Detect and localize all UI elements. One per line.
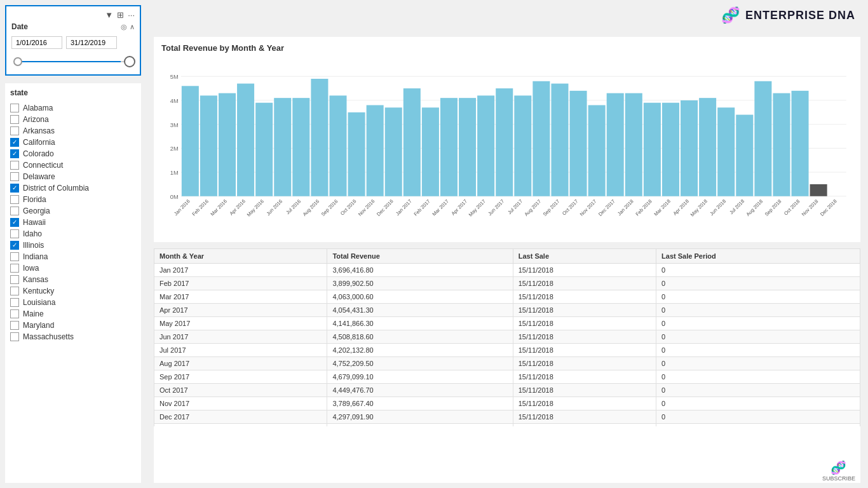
filter-icon[interactable]: ▼: [105, 10, 113, 20]
state-item[interactable]: Maine: [10, 308, 136, 320]
state-item[interactable]: Colorado: [10, 148, 136, 159]
state-item[interactable]: District of Columbia: [10, 182, 136, 194]
expand-icon[interactable]: ⊞: [117, 10, 124, 20]
bar-8[interactable]: [329, 95, 346, 196]
state-item[interactable]: Connecticut: [10, 159, 136, 171]
table-wrapper[interactable]: Month & Year Total Revenue Last Sale Las…: [154, 248, 860, 426]
state-item[interactable]: Florida: [10, 194, 136, 205]
bar-29[interactable]: [717, 107, 735, 196]
state-checkbox[interactable]: [10, 229, 19, 238]
state-checkbox[interactable]: [10, 126, 19, 135]
bar-34[interactable]: [810, 184, 827, 196]
state-item[interactable]: Iowa: [10, 262, 136, 274]
state-label: Kentucky: [23, 287, 54, 295]
cell-lastSale: 15/11/2018: [513, 397, 656, 410]
state-checkbox[interactable]: [10, 241, 19, 250]
state-checkbox[interactable]: [10, 218, 19, 227]
bar-20[interactable]: [551, 84, 568, 196]
cell-lastSale: 15/11/2018: [513, 410, 656, 424]
bar-32[interactable]: [773, 93, 790, 196]
bar-7[interactable]: [311, 79, 328, 196]
state-item[interactable]: Maryland: [10, 320, 136, 331]
svg-text:May 2016: May 2016: [246, 198, 265, 217]
bar-13[interactable]: [422, 107, 439, 196]
bar-4[interactable]: [255, 103, 273, 196]
bar-6[interactable]: [292, 98, 309, 196]
bar-1[interactable]: [200, 95, 217, 196]
state-checkbox[interactable]: [10, 275, 19, 284]
svg-text:Apr 2017: Apr 2017: [451, 198, 468, 217]
slider-thumb-left[interactable]: [13, 57, 22, 66]
state-checkbox[interactable]: [10, 138, 19, 147]
bar-9[interactable]: [348, 112, 365, 196]
clear-icon[interactable]: ◎: [121, 23, 127, 31]
start-date-input[interactable]: [11, 36, 62, 49]
bar-16[interactable]: [477, 95, 494, 196]
cell-revenue: 4,054,431.30: [327, 304, 513, 317]
bar-21[interactable]: [570, 91, 587, 196]
bar-19[interactable]: [532, 81, 550, 196]
bar-31[interactable]: [754, 81, 771, 196]
bar-24[interactable]: [625, 93, 642, 196]
bar-33[interactable]: [792, 91, 809, 196]
bar-27[interactable]: [681, 100, 698, 196]
bar-3[interactable]: [237, 84, 254, 196]
bar-11[interactable]: [385, 107, 402, 196]
state-checkbox[interactable]: [10, 172, 19, 181]
state-checkbox[interactable]: [10, 287, 19, 295]
state-checkbox[interactable]: [10, 104, 19, 112]
bar-18[interactable]: [514, 95, 531, 196]
state-checkbox[interactable]: [10, 207, 19, 215]
state-checkbox[interactable]: [10, 309, 19, 318]
state-item[interactable]: Indiana: [10, 251, 136, 262]
state-checkbox[interactable]: [10, 252, 19, 261]
end-date-input[interactable]: [66, 36, 117, 49]
state-item[interactable]: Hawaii: [10, 217, 136, 228]
state-checkbox[interactable]: [10, 161, 19, 170]
bar-10[interactable]: [367, 105, 384, 196]
state-item[interactable]: Georgia: [10, 205, 136, 217]
state-checkbox[interactable]: [10, 321, 19, 330]
state-item[interactable]: Illinois: [10, 240, 136, 251]
bar-12[interactable]: [403, 88, 421, 196]
state-checkbox[interactable]: [10, 195, 19, 204]
bar-26[interactable]: [662, 103, 679, 196]
slider-thumb-right[interactable]: [124, 56, 135, 67]
table-row: Sep 20174,679,099.1015/11/20180: [154, 370, 860, 384]
date-slider[interactable]: [11, 55, 135, 68]
state-item[interactable]: Kentucky: [10, 285, 136, 297]
bar-25[interactable]: [644, 103, 661, 196]
bar-5[interactable]: [274, 98, 291, 196]
state-item[interactable]: Arizona: [10, 114, 136, 125]
state-item[interactable]: Arkansas: [10, 125, 136, 137]
state-item[interactable]: Delaware: [10, 171, 136, 182]
state-item[interactable]: Massachusetts: [10, 331, 136, 342]
state-checkbox[interactable]: [10, 298, 19, 307]
subscribe-icon[interactable]: 🧬: [822, 460, 855, 475]
bar-28[interactable]: [699, 98, 716, 196]
state-filter-title: state: [10, 88, 136, 97]
cell-period: 0: [656, 357, 860, 370]
svg-text:Oct 2016: Oct 2016: [339, 198, 357, 217]
bar-23[interactable]: [607, 93, 624, 196]
state-checkbox[interactable]: [10, 184, 19, 193]
bar-0[interactable]: [182, 86, 199, 196]
state-item[interactable]: California: [10, 137, 136, 148]
state-checkbox[interactable]: [10, 332, 19, 341]
state-item[interactable]: Idaho: [10, 228, 136, 240]
state-item[interactable]: Alabama: [10, 102, 136, 114]
state-item[interactable]: Kansas: [10, 274, 136, 285]
state-item[interactable]: Louisiana: [10, 297, 136, 308]
bar-15[interactable]: [459, 98, 476, 196]
bar-22[interactable]: [588, 105, 606, 196]
state-checkbox[interactable]: [10, 264, 19, 273]
collapse-icon[interactable]: ∧: [130, 23, 135, 31]
col-revenue: Total Revenue: [327, 249, 513, 264]
bar-30[interactable]: [736, 115, 753, 196]
more-icon[interactable]: ···: [128, 10, 135, 20]
bar-14[interactable]: [440, 98, 458, 196]
bar-2[interactable]: [219, 93, 236, 196]
state-checkbox[interactable]: [10, 149, 19, 158]
state-checkbox[interactable]: [10, 115, 19, 124]
bar-17[interactable]: [496, 88, 513, 196]
